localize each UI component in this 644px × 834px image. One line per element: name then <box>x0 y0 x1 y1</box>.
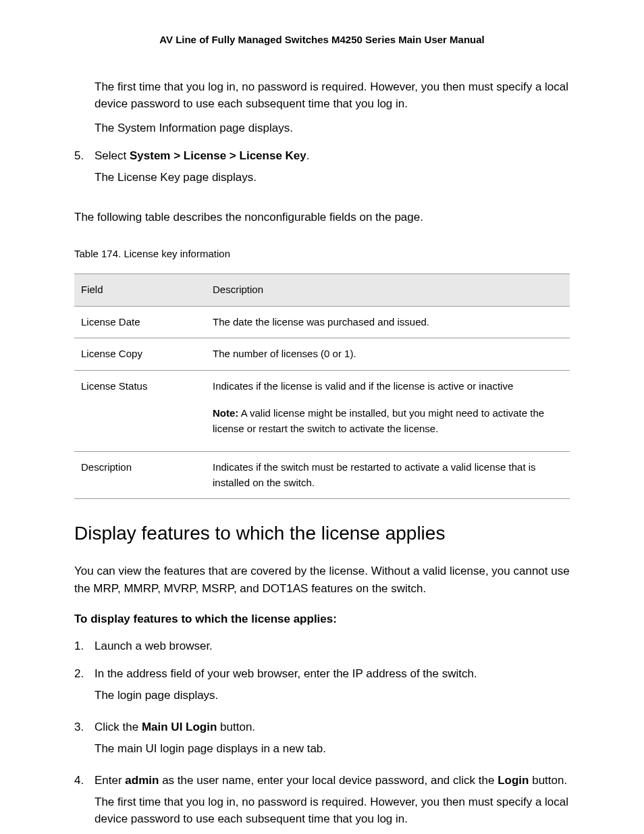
procedure-title: To display features to which the license… <box>74 610 570 628</box>
text-fragment: Indicates if the license is valid and if… <box>213 380 513 392</box>
table-caption: Table 174. License key information <box>74 246 570 262</box>
table-intro: The following table describes the noncon… <box>74 209 570 226</box>
step-instruction: In the address field of your web browser… <box>95 665 570 683</box>
cell-description: The number of licenses (0 or 1). <box>206 338 570 371</box>
text-fragment: . <box>306 149 310 162</box>
preamble-paragraph-2: The System Information page displays. <box>95 120 570 137</box>
cell-field: Description <box>74 452 206 499</box>
col-header-field: Field <box>74 274 206 307</box>
step-instruction: Launch a web browser. <box>95 637 570 655</box>
section-intro: You can view the features that are cover… <box>74 563 570 597</box>
menu-path: System > License > License Key <box>130 149 306 162</box>
text-fragment: button. <box>217 721 255 733</box>
step-number: 4. <box>74 772 95 834</box>
note-block: Note: A valid license might be installed… <box>213 406 563 436</box>
step-number: 2. <box>74 665 95 708</box>
ui-button-name: Login <box>498 774 529 787</box>
cell-description: Indicates if the license is valid and if… <box>206 370 570 452</box>
page-header-title: AV Line of Fully Managed Switches M4250 … <box>74 32 570 48</box>
step-number: 5. <box>74 147 95 190</box>
step-5: 5. Select System > License > License Key… <box>74 147 570 190</box>
ui-button-name: Main UI Login <box>142 721 217 733</box>
preamble-paragraph-1: The first time that you log in, no passw… <box>95 78 570 113</box>
text-fragment: Enter <box>95 774 125 787</box>
step-result: The main UI login page displays in a new… <box>95 740 570 758</box>
col-header-description: Description <box>206 274 570 307</box>
step-instruction: Select System > License > License Key. <box>95 147 570 165</box>
step-result: The License Key page displays. <box>95 169 570 186</box>
table-row: License Copy The number of licenses (0 o… <box>74 338 570 371</box>
note-label: Note: <box>213 407 238 419</box>
cell-description: The date the license was purchased and i… <box>206 306 570 338</box>
step-2: 2. In the address field of your web brow… <box>74 665 570 708</box>
step-instruction: Enter admin as the user name, enter your… <box>95 772 570 789</box>
note-text: A valid license might be installed, but … <box>213 407 544 434</box>
section-heading: Display features to which the license ap… <box>74 519 570 548</box>
license-key-table: Field Description License Date The date … <box>74 273 570 499</box>
cell-field: License Date <box>74 306 206 338</box>
text-fragment: Click the <box>95 721 142 733</box>
step-1: 1. Launch a web browser. <box>74 637 570 659</box>
step-4: 4. Enter admin as the user name, enter y… <box>74 772 570 834</box>
step-3: 3. Click the Main UI Login button. The m… <box>74 719 570 761</box>
table-row: License Date The date the license was pu… <box>74 306 570 338</box>
cell-description: Indicates if the switch must be restarte… <box>206 452 570 499</box>
text-fragment: button. <box>529 774 567 787</box>
text-fragment: Select <box>95 149 130 162</box>
step-note: The first time that you log in, no passw… <box>95 793 570 828</box>
cell-field: License Copy <box>74 338 206 371</box>
step-number: 1. <box>74 637 95 659</box>
table-row: License Status Indicates if the license … <box>74 370 570 452</box>
cell-field: License Status <box>74 370 206 452</box>
text-fragment: as the user name, enter your local devic… <box>159 774 498 787</box>
step-number: 3. <box>74 719 95 761</box>
step-instruction: Click the Main UI Login button. <box>95 719 570 736</box>
username-value: admin <box>125 774 159 787</box>
step-result: The login page displays. <box>95 687 570 704</box>
table-row: Description Indicates if the switch must… <box>74 452 570 499</box>
